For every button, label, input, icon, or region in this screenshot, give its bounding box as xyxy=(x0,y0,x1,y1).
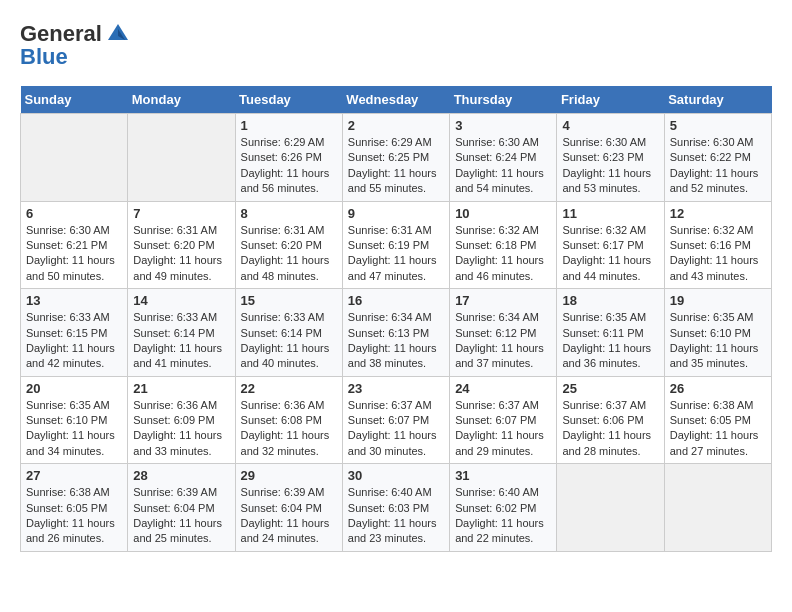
daylight-text: Daylight: 11 hours and 44 minutes. xyxy=(562,254,651,281)
daylight-text: Daylight: 11 hours and 30 minutes. xyxy=(348,429,437,456)
weekday-header-saturday: Saturday xyxy=(664,86,771,114)
sunset-text: Sunset: 6:22 PM xyxy=(670,151,751,163)
sunrise-text: Sunrise: 6:29 AM xyxy=(348,136,432,148)
calendar-cell: 28 Sunrise: 6:39 AM Sunset: 6:04 PM Dayl… xyxy=(128,464,235,552)
calendar-week-row: 13 Sunrise: 6:33 AM Sunset: 6:15 PM Dayl… xyxy=(21,289,772,377)
sunset-text: Sunset: 6:05 PM xyxy=(670,414,751,426)
day-number: 21 xyxy=(133,381,229,396)
sunset-text: Sunset: 6:05 PM xyxy=(26,502,107,514)
day-info: Sunrise: 6:31 AM Sunset: 6:20 PM Dayligh… xyxy=(241,223,337,285)
calendar-body: 1 Sunrise: 6:29 AM Sunset: 6:26 PM Dayli… xyxy=(21,114,772,552)
weekday-header-thursday: Thursday xyxy=(450,86,557,114)
sunset-text: Sunset: 6:10 PM xyxy=(670,327,751,339)
daylight-text: Daylight: 11 hours and 43 minutes. xyxy=(670,254,759,281)
daylight-text: Daylight: 11 hours and 56 minutes. xyxy=(241,167,330,194)
sunrise-text: Sunrise: 6:33 AM xyxy=(26,311,110,323)
daylight-text: Daylight: 11 hours and 36 minutes. xyxy=(562,342,651,369)
daylight-text: Daylight: 11 hours and 28 minutes. xyxy=(562,429,651,456)
sunset-text: Sunset: 6:07 PM xyxy=(455,414,536,426)
day-number: 28 xyxy=(133,468,229,483)
sunrise-text: Sunrise: 6:31 AM xyxy=(133,224,217,236)
day-number: 18 xyxy=(562,293,658,308)
calendar-table: SundayMondayTuesdayWednesdayThursdayFrid… xyxy=(20,86,772,552)
day-number: 14 xyxy=(133,293,229,308)
calendar-cell: 21 Sunrise: 6:36 AM Sunset: 6:09 PM Dayl… xyxy=(128,376,235,464)
sunrise-text: Sunrise: 6:40 AM xyxy=(455,486,539,498)
calendar-cell: 10 Sunrise: 6:32 AM Sunset: 6:18 PM Dayl… xyxy=(450,201,557,289)
sunset-text: Sunset: 6:14 PM xyxy=(133,327,214,339)
calendar-cell: 22 Sunrise: 6:36 AM Sunset: 6:08 PM Dayl… xyxy=(235,376,342,464)
day-info: Sunrise: 6:34 AM Sunset: 6:12 PM Dayligh… xyxy=(455,310,551,372)
sunset-text: Sunset: 6:25 PM xyxy=(348,151,429,163)
daylight-text: Daylight: 11 hours and 49 minutes. xyxy=(133,254,222,281)
daylight-text: Daylight: 11 hours and 29 minutes. xyxy=(455,429,544,456)
calendar-cell: 26 Sunrise: 6:38 AM Sunset: 6:05 PM Dayl… xyxy=(664,376,771,464)
sunrise-text: Sunrise: 6:35 AM xyxy=(26,399,110,411)
day-number: 11 xyxy=(562,206,658,221)
daylight-text: Daylight: 11 hours and 52 minutes. xyxy=(670,167,759,194)
sunset-text: Sunset: 6:21 PM xyxy=(26,239,107,251)
day-number: 25 xyxy=(562,381,658,396)
day-info: Sunrise: 6:29 AM Sunset: 6:25 PM Dayligh… xyxy=(348,135,444,197)
daylight-text: Daylight: 11 hours and 46 minutes. xyxy=(455,254,544,281)
daylight-text: Daylight: 11 hours and 23 minutes. xyxy=(348,517,437,544)
calendar-cell: 16 Sunrise: 6:34 AM Sunset: 6:13 PM Dayl… xyxy=(342,289,449,377)
day-number: 6 xyxy=(26,206,122,221)
calendar-cell: 27 Sunrise: 6:38 AM Sunset: 6:05 PM Dayl… xyxy=(21,464,128,552)
sunrise-text: Sunrise: 6:39 AM xyxy=(241,486,325,498)
day-info: Sunrise: 6:33 AM Sunset: 6:14 PM Dayligh… xyxy=(241,310,337,372)
daylight-text: Daylight: 11 hours and 53 minutes. xyxy=(562,167,651,194)
sunset-text: Sunset: 6:04 PM xyxy=(241,502,322,514)
day-info: Sunrise: 6:37 AM Sunset: 6:06 PM Dayligh… xyxy=(562,398,658,460)
day-info: Sunrise: 6:31 AM Sunset: 6:20 PM Dayligh… xyxy=(133,223,229,285)
sunrise-text: Sunrise: 6:37 AM xyxy=(562,399,646,411)
day-number: 27 xyxy=(26,468,122,483)
calendar-cell: 13 Sunrise: 6:33 AM Sunset: 6:15 PM Dayl… xyxy=(21,289,128,377)
day-number: 30 xyxy=(348,468,444,483)
sunset-text: Sunset: 6:24 PM xyxy=(455,151,536,163)
sunset-text: Sunset: 6:03 PM xyxy=(348,502,429,514)
sunset-text: Sunset: 6:10 PM xyxy=(26,414,107,426)
daylight-text: Daylight: 11 hours and 50 minutes. xyxy=(26,254,115,281)
day-number: 22 xyxy=(241,381,337,396)
daylight-text: Daylight: 11 hours and 32 minutes. xyxy=(241,429,330,456)
sunset-text: Sunset: 6:20 PM xyxy=(241,239,322,251)
weekday-header-tuesday: Tuesday xyxy=(235,86,342,114)
calendar-cell: 19 Sunrise: 6:35 AM Sunset: 6:10 PM Dayl… xyxy=(664,289,771,377)
day-info: Sunrise: 6:40 AM Sunset: 6:02 PM Dayligh… xyxy=(455,485,551,547)
day-number: 16 xyxy=(348,293,444,308)
sunset-text: Sunset: 6:23 PM xyxy=(562,151,643,163)
calendar-cell: 15 Sunrise: 6:33 AM Sunset: 6:14 PM Dayl… xyxy=(235,289,342,377)
sunrise-text: Sunrise: 6:30 AM xyxy=(670,136,754,148)
weekday-header-row: SundayMondayTuesdayWednesdayThursdayFrid… xyxy=(21,86,772,114)
day-number: 20 xyxy=(26,381,122,396)
page-header: General Blue xyxy=(20,20,772,70)
sunrise-text: Sunrise: 6:39 AM xyxy=(133,486,217,498)
daylight-text: Daylight: 11 hours and 24 minutes. xyxy=(241,517,330,544)
calendar-cell: 23 Sunrise: 6:37 AM Sunset: 6:07 PM Dayl… xyxy=(342,376,449,464)
calendar-week-row: 6 Sunrise: 6:30 AM Sunset: 6:21 PM Dayli… xyxy=(21,201,772,289)
day-number: 23 xyxy=(348,381,444,396)
calendar-cell xyxy=(557,464,664,552)
sunset-text: Sunset: 6:12 PM xyxy=(455,327,536,339)
weekday-header-friday: Friday xyxy=(557,86,664,114)
sunset-text: Sunset: 6:08 PM xyxy=(241,414,322,426)
day-info: Sunrise: 6:32 AM Sunset: 6:18 PM Dayligh… xyxy=(455,223,551,285)
sunrise-text: Sunrise: 6:32 AM xyxy=(562,224,646,236)
day-info: Sunrise: 6:38 AM Sunset: 6:05 PM Dayligh… xyxy=(26,485,122,547)
sunset-text: Sunset: 6:17 PM xyxy=(562,239,643,251)
day-info: Sunrise: 6:40 AM Sunset: 6:03 PM Dayligh… xyxy=(348,485,444,547)
sunrise-text: Sunrise: 6:37 AM xyxy=(455,399,539,411)
day-info: Sunrise: 6:35 AM Sunset: 6:10 PM Dayligh… xyxy=(26,398,122,460)
sunset-text: Sunset: 6:20 PM xyxy=(133,239,214,251)
daylight-text: Daylight: 11 hours and 42 minutes. xyxy=(26,342,115,369)
calendar-cell: 11 Sunrise: 6:32 AM Sunset: 6:17 PM Dayl… xyxy=(557,201,664,289)
weekday-header-wednesday: Wednesday xyxy=(342,86,449,114)
day-info: Sunrise: 6:33 AM Sunset: 6:14 PM Dayligh… xyxy=(133,310,229,372)
day-info: Sunrise: 6:39 AM Sunset: 6:04 PM Dayligh… xyxy=(241,485,337,547)
sunset-text: Sunset: 6:16 PM xyxy=(670,239,751,251)
calendar-cell: 6 Sunrise: 6:30 AM Sunset: 6:21 PM Dayli… xyxy=(21,201,128,289)
calendar-cell: 4 Sunrise: 6:30 AM Sunset: 6:23 PM Dayli… xyxy=(557,114,664,202)
daylight-text: Daylight: 11 hours and 47 minutes. xyxy=(348,254,437,281)
calendar-cell: 18 Sunrise: 6:35 AM Sunset: 6:11 PM Dayl… xyxy=(557,289,664,377)
